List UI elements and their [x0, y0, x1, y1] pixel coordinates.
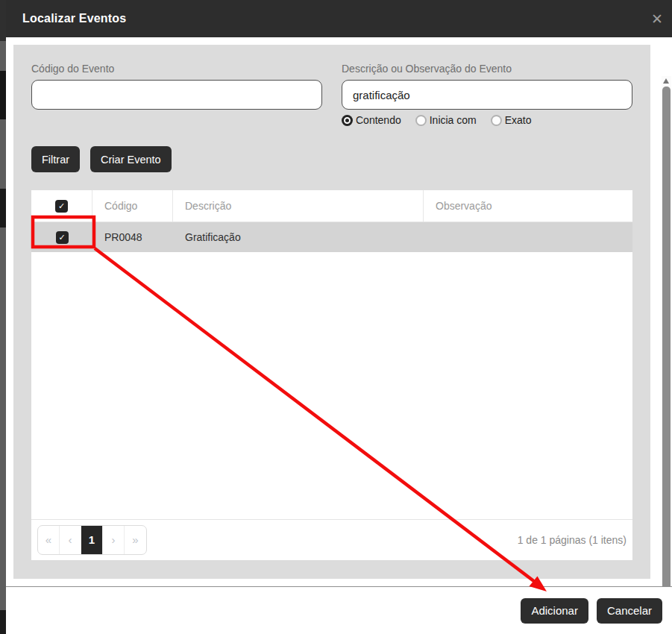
row-checkbox[interactable]: ✓ [56, 231, 69, 244]
radio-inicia-com[interactable]: Inicia com [415, 114, 477, 126]
criar-evento-button[interactable]: Criar Evento [90, 146, 172, 172]
match-mode-radios: Contendo Inicia com Exato [342, 114, 632, 126]
filter-actions-row: Filtrar Criar Evento [31, 146, 632, 172]
descricao-label: Descrição ou Observação do Evento [342, 63, 632, 75]
column-header-observacao: Observação [424, 190, 632, 222]
background-segment [0, 71, 6, 119]
scrollbar-up-icon[interactable] [663, 78, 669, 84]
pager-next-button[interactable]: › [103, 526, 125, 554]
select-all-checkbox[interactable]: ✓ [55, 200, 68, 213]
background-page-edge [0, 0, 6, 634]
dialog-title: Localizar Eventos [22, 12, 126, 25]
dialog-body: Código do Evento Descrição ou Observação… [6, 37, 672, 586]
filtrar-button[interactable]: Filtrar [31, 146, 80, 172]
filter-panel: Código do Evento Descrição ou Observação… [13, 45, 650, 579]
cancelar-button[interactable]: Cancelar [597, 598, 662, 624]
row-descricao: Gratificação [173, 222, 424, 252]
column-header-codigo: Código [92, 190, 173, 222]
dialog-header: Localizar Eventos ✕ [6, 0, 672, 37]
descricao-input[interactable] [342, 80, 632, 110]
row-codigo: PR0048 [92, 222, 173, 252]
pager-first-button[interactable]: « [38, 526, 60, 554]
screen: Localizar Eventos ✕ Código do Evento Des… [0, 0, 672, 634]
radio-selected-icon[interactable] [342, 115, 353, 126]
table-empty-area [31, 252, 632, 519]
radio-exato[interactable]: Exato [491, 114, 532, 126]
pagination-info: 1 de 1 páginas (1 itens) [518, 534, 627, 546]
background-segment [0, 610, 6, 634]
column-header-descricao: Descrição [173, 190, 424, 222]
close-icon[interactable]: ✕ [651, 12, 663, 26]
radio-contendo-label: Contendo [356, 114, 401, 126]
vertical-scrollbar[interactable] [662, 76, 671, 618]
radio-unselected-icon[interactable] [415, 115, 427, 126]
background-segment [0, 189, 6, 227]
filter-fields-row: Código do Evento Descrição ou Observação… [31, 63, 632, 126]
radio-exato-label: Exato [505, 114, 532, 126]
codigo-input[interactable] [31, 80, 322, 110]
row-checkbox-cell: ✓ [31, 222, 92, 252]
adicionar-button[interactable]: Adicionar [521, 598, 588, 624]
radio-unselected-icon[interactable] [491, 115, 502, 126]
pager-controls: « ‹ 1 › » [37, 525, 147, 555]
codigo-field-group: Código do Evento [31, 63, 322, 126]
pager-last-button[interactable]: » [125, 526, 146, 554]
radio-inicia-com-label: Inicia com [430, 114, 477, 126]
pager-page-1-button[interactable]: 1 [81, 526, 103, 554]
pager-prev-button[interactable]: ‹ [60, 526, 81, 554]
select-all-cell: ✓ [31, 190, 92, 222]
dialog-footer: Adicionar Cancelar [6, 586, 672, 634]
row-observacao [424, 222, 632, 252]
table-header-row: ✓ Código Descrição Observação [31, 190, 632, 222]
localizar-eventos-dialog: Localizar Eventos ✕ Código do Evento Des… [6, 0, 672, 634]
codigo-label: Código do Evento [31, 63, 322, 75]
pagination-bar: « ‹ 1 › » 1 de 1 páginas (1 itens) [31, 519, 632, 560]
background-segment [0, 0, 6, 41]
descricao-field-group: Descrição ou Observação do Evento Conten… [342, 63, 632, 126]
radio-contendo[interactable]: Contendo [342, 114, 401, 126]
table-row[interactable]: ✓ PR0048 Gratificação [31, 222, 632, 252]
scrollbar-thumb[interactable] [662, 87, 671, 606]
events-table: ✓ Código Descrição Observação ✓ PR0048 G… [31, 190, 632, 560]
